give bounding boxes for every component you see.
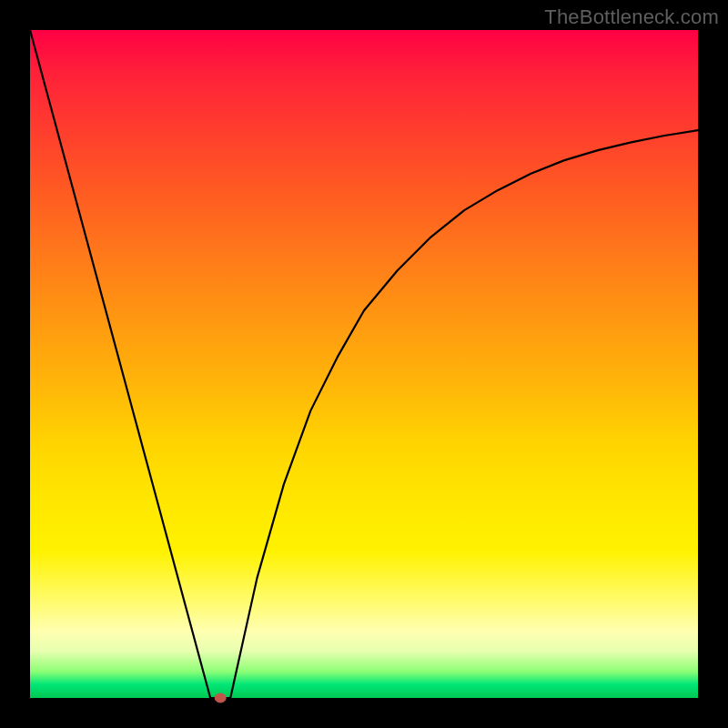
bottleneck-curve: [30, 30, 698, 698]
optimum-marker: [215, 693, 226, 703]
chart-svg: [30, 30, 698, 698]
chart-container: TheBottleneck.com: [0, 0, 728, 728]
watermark-text: TheBottleneck.com: [544, 5, 719, 29]
plot-area: [30, 30, 698, 698]
